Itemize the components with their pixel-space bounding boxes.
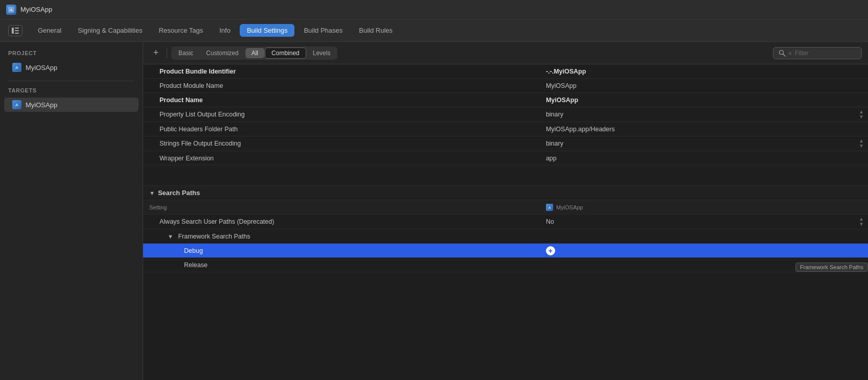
- table-row[interactable]: Product Module Name MyiOSApp: [143, 79, 868, 93]
- table-row[interactable]: Always Search User Paths (Deprecated) No…: [143, 215, 868, 229]
- setting-value: MyiOSApp.app/Headers: [542, 124, 868, 135]
- header-setting-col: Setting: [143, 202, 542, 212]
- setting-label: Property List Output Encoding: [143, 109, 542, 120]
- settings-toolbar: + Basic Customized All Combined Levels ≡: [143, 42, 868, 64]
- table-row[interactable]: Release Framework Search Paths: [143, 258, 868, 272]
- section-toggle-icon[interactable]: ▼: [149, 190, 155, 196]
- toolbar-divider: [167, 48, 167, 58]
- stepper-control[interactable]: ▲ ▼: [859, 217, 864, 227]
- sidebar-toggle-button[interactable]: [8, 25, 22, 36]
- project-section-label: PROJECT: [0, 50, 143, 60]
- sidebar-divider: [8, 81, 134, 81]
- filter-control[interactable]: ≡: [773, 47, 862, 59]
- table-row[interactable]: Property List Output Encoding binary ▲ ▼: [143, 107, 868, 122]
- filter-icon: [779, 50, 786, 57]
- tab-build-settings[interactable]: Build Settings: [240, 24, 295, 37]
- setting-value: MyiOSApp: [542, 80, 868, 91]
- table-row[interactable]: Product Name MyiOSApp: [143, 93, 868, 107]
- settings-header-row: Setting A MyiOSApp: [143, 200, 868, 215]
- setting-value: Framework Search Paths: [542, 263, 868, 267]
- tab-build-rules[interactable]: Build Rules: [352, 24, 400, 37]
- targets-section-label: TARGETS: [0, 87, 143, 98]
- setting-value: MyiOSApp: [542, 94, 868, 106]
- add-value-icon[interactable]: +: [546, 246, 555, 255]
- app-title: MyiOSApp: [20, 6, 52, 13]
- header-value-col: A MyiOSApp: [542, 202, 868, 213]
- settings-scroll: Product Bundle Identifier -.-.MyiOSApp P…: [143, 64, 868, 380]
- setting-label: Release: [143, 259, 542, 271]
- svg-rect-3: [15, 28, 19, 29]
- section-header-label: Search Paths: [158, 189, 200, 197]
- svg-text:A: A: [549, 206, 551, 209]
- segment-group: Basic Customized All Combined Levels: [171, 46, 337, 60]
- segment-levels[interactable]: Levels: [307, 48, 337, 58]
- spacer-row: [143, 165, 868, 186]
- setting-label: Strings File Output Encoding: [143, 138, 542, 149]
- setting-label: Debug: [143, 245, 542, 256]
- segment-all[interactable]: All: [245, 48, 264, 58]
- tab-bar: General Signing & Capabilities Resource …: [0, 19, 868, 42]
- setting-value: binary ▲ ▼: [542, 107, 868, 122]
- stepper-control[interactable]: ▲ ▼: [859, 138, 864, 149]
- svg-text:A: A: [10, 8, 13, 12]
- setting-label: Public Headers Folder Path: [143, 124, 542, 135]
- main-layout: PROJECT A MyiOSApp TARGETS A MyiO: [0, 42, 868, 380]
- tab-build-phases[interactable]: Build Phases: [296, 24, 350, 37]
- tab-info[interactable]: Info: [212, 24, 238, 37]
- add-setting-button[interactable]: +: [149, 46, 163, 60]
- setting-value: No ▲ ▼: [542, 215, 868, 229]
- segment-customized[interactable]: Customized: [200, 48, 244, 58]
- tooltip-box: Framework Search Paths: [795, 263, 868, 272]
- segment-combined[interactable]: Combined: [265, 48, 306, 59]
- setting-value: app: [542, 153, 868, 164]
- tab-general[interactable]: General: [31, 24, 68, 37]
- setting-value: [542, 234, 868, 239]
- setting-label: Product Bundle Identifier: [143, 66, 542, 77]
- settings-table: Product Bundle Identifier -.-.MyiOSApp P…: [143, 64, 868, 272]
- filter-icon-bars: ≡: [789, 50, 792, 56]
- setting-value: binary ▲ ▼: [542, 136, 868, 151]
- header-target-icon: A: [546, 204, 553, 211]
- svg-rect-2: [12, 28, 14, 34]
- app-icon: A: [6, 5, 16, 15]
- svg-text:A: A: [15, 65, 18, 70]
- filter-input[interactable]: [795, 50, 856, 57]
- table-row[interactable]: Wrapper Extension app: [143, 151, 868, 165]
- sidebar-project-label: MyiOSApp: [26, 64, 57, 72]
- sidebar-item-myiosapp-target[interactable]: A MyiOSApp: [4, 98, 139, 112]
- setting-label: Always Search User Paths (Deprecated): [143, 216, 542, 227]
- target-icon: A: [12, 100, 21, 109]
- table-row[interactable]: ▼ Framework Search Paths: [143, 229, 868, 244]
- sidebar-target-label: MyiOSApp: [26, 101, 57, 109]
- table-row[interactable]: Product Bundle Identifier -.-.MyiOSApp: [143, 64, 868, 79]
- svg-text:A: A: [15, 103, 18, 107]
- setting-label: Wrapper Extension: [143, 153, 542, 164]
- setting-value: -.-.MyiOSApp: [542, 66, 868, 77]
- content-area: + Basic Customized All Combined Levels ≡: [143, 42, 868, 380]
- setting-label: Product Name: [143, 94, 542, 106]
- table-row[interactable]: Public Headers Folder Path MyiOSApp.app/…: [143, 122, 868, 136]
- targets-section: TARGETS A MyiOSApp: [0, 87, 143, 112]
- table-row[interactable]: Strings File Output Encoding binary ▲ ▼: [143, 136, 868, 151]
- setting-label: Product Module Name: [143, 80, 542, 91]
- group-toggle-icon[interactable]: ▼: [168, 233, 173, 240]
- tab-resource-tags[interactable]: Resource Tags: [152, 24, 210, 37]
- svg-rect-5: [15, 33, 19, 34]
- stepper-control[interactable]: ▲ ▼: [859, 109, 864, 120]
- title-bar: A MyiOSApp: [0, 0, 868, 19]
- tab-signing[interactable]: Signing & Capabilities: [71, 24, 149, 37]
- section-header-search-paths[interactable]: ▼ Search Paths: [143, 186, 868, 200]
- segment-basic[interactable]: Basic: [172, 48, 199, 58]
- project-icon: A: [12, 63, 21, 72]
- svg-rect-4: [15, 30, 19, 31]
- svg-line-11: [783, 54, 785, 56]
- table-row-debug[interactable]: Debug +: [143, 244, 868, 258]
- setting-value: +: [542, 244, 868, 257]
- sidebar: PROJECT A MyiOSApp TARGETS A MyiO: [0, 42, 143, 380]
- setting-label: ▼ Framework Search Paths: [143, 231, 542, 242]
- sidebar-item-project[interactable]: A MyiOSApp: [4, 60, 139, 75]
